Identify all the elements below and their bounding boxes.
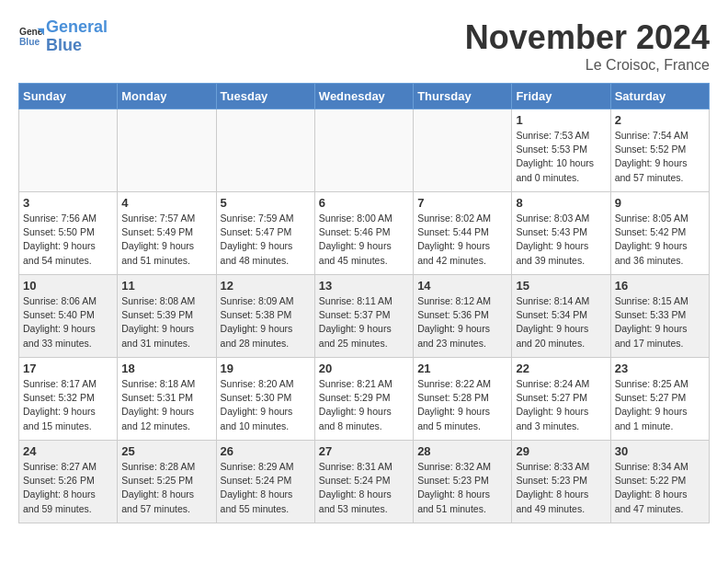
day-info: Sunrise: 8:03 AMSunset: 5:43 PMDaylight:… [516, 212, 606, 268]
day-number: 30 [615, 444, 705, 458]
calendar-table: SundayMondayTuesdayWednesdayThursdayFrid… [18, 83, 710, 523]
calendar-cell: 17Sunrise: 8:17 AMSunset: 5:32 PMDayligh… [19, 358, 118, 441]
day-number: 16 [615, 279, 705, 293]
day-number: 6 [319, 196, 409, 210]
day-info: Sunrise: 8:08 AMSunset: 5:39 PMDaylight:… [121, 294, 211, 350]
calendar-cell [414, 109, 512, 192]
day-number: 27 [319, 444, 409, 458]
day-info: Sunrise: 8:27 AMSunset: 5:26 PMDaylight:… [23, 460, 113, 516]
day-number: 15 [516, 279, 606, 293]
calendar-cell: 25Sunrise: 8:28 AMSunset: 5:25 PMDayligh… [118, 441, 216, 523]
svg-text:Blue: Blue [19, 37, 40, 47]
day-info: Sunrise: 8:32 AMSunset: 5:23 PMDaylight:… [417, 460, 507, 516]
day-info: Sunrise: 7:54 AMSunset: 5:52 PMDaylight:… [615, 129, 705, 185]
calendar-week-row: 1Sunrise: 7:53 AMSunset: 5:53 PMDaylight… [19, 109, 710, 192]
day-number: 10 [23, 279, 113, 293]
day-info: Sunrise: 8:09 AMSunset: 5:38 PMDaylight:… [221, 294, 311, 350]
day-info: Sunrise: 7:59 AMSunset: 5:47 PMDaylight:… [221, 212, 311, 268]
column-header-friday: Friday [512, 84, 610, 109]
day-number: 11 [121, 279, 211, 293]
calendar-cell: 10Sunrise: 8:06 AMSunset: 5:40 PMDayligh… [19, 275, 118, 358]
calendar-week-row: 10Sunrise: 8:06 AMSunset: 5:40 PMDayligh… [19, 275, 710, 358]
day-info: Sunrise: 8:24 AMSunset: 5:27 PMDaylight:… [516, 377, 606, 433]
day-info: Sunrise: 8:21 AMSunset: 5:29 PMDaylight:… [319, 377, 409, 433]
day-number: 12 [221, 279, 311, 293]
calendar-cell: 9Sunrise: 8:05 AMSunset: 5:42 PMDaylight… [610, 192, 709, 275]
day-info: Sunrise: 8:31 AMSunset: 5:24 PMDaylight:… [319, 460, 409, 516]
day-info: Sunrise: 8:18 AMSunset: 5:31 PMDaylight:… [121, 377, 211, 433]
calendar-cell: 21Sunrise: 8:22 AMSunset: 5:28 PMDayligh… [414, 358, 512, 441]
logo-text: General Blue [46, 18, 108, 55]
day-number: 23 [615, 362, 705, 375]
logo-line1: General [46, 17, 108, 36]
calendar-cell [216, 109, 314, 192]
calendar-cell: 27Sunrise: 8:31 AMSunset: 5:24 PMDayligh… [314, 441, 413, 523]
calendar-cell: 3Sunrise: 7:56 AMSunset: 5:50 PMDaylight… [19, 192, 118, 275]
calendar-cell: 15Sunrise: 8:14 AMSunset: 5:34 PMDayligh… [512, 275, 610, 358]
month-title: November 2024 [465, 18, 710, 57]
logo-line2: Blue [46, 36, 82, 54]
calendar-cell: 1Sunrise: 7:53 AMSunset: 5:53 PMDaylight… [512, 109, 610, 192]
day-info: Sunrise: 8:14 AMSunset: 5:34 PMDaylight:… [516, 294, 606, 350]
column-header-tuesday: Tuesday [216, 84, 314, 109]
day-info: Sunrise: 8:02 AMSunset: 5:44 PMDaylight:… [417, 212, 507, 268]
day-info: Sunrise: 8:17 AMSunset: 5:32 PMDaylight:… [23, 377, 113, 433]
column-header-wednesday: Wednesday [314, 84, 413, 109]
day-info: Sunrise: 8:29 AMSunset: 5:24 PMDaylight:… [221, 460, 311, 516]
calendar-cell: 7Sunrise: 8:02 AMSunset: 5:44 PMDaylight… [414, 192, 512, 275]
day-number: 7 [417, 196, 507, 210]
calendar-cell: 5Sunrise: 7:59 AMSunset: 5:47 PMDaylight… [216, 192, 314, 275]
day-number: 1 [516, 113, 606, 127]
day-info: Sunrise: 7:57 AMSunset: 5:49 PMDaylight:… [121, 212, 211, 268]
calendar-cell [19, 109, 118, 192]
logo: General Blue General Blue [18, 18, 108, 55]
day-number: 18 [121, 362, 211, 375]
logo-icon: General Blue [18, 24, 44, 50]
day-number: 13 [319, 279, 409, 293]
calendar-cell: 11Sunrise: 8:08 AMSunset: 5:39 PMDayligh… [118, 275, 216, 358]
calendar-cell: 13Sunrise: 8:11 AMSunset: 5:37 PMDayligh… [314, 275, 413, 358]
day-number: 22 [516, 362, 606, 375]
day-info: Sunrise: 8:05 AMSunset: 5:42 PMDaylight:… [615, 212, 705, 268]
day-number: 17 [23, 362, 113, 375]
calendar-cell: 26Sunrise: 8:29 AMSunset: 5:24 PMDayligh… [216, 441, 314, 523]
day-info: Sunrise: 8:11 AMSunset: 5:37 PMDaylight:… [319, 294, 409, 350]
calendar-cell: 23Sunrise: 8:25 AMSunset: 5:27 PMDayligh… [610, 358, 709, 441]
calendar-week-row: 3Sunrise: 7:56 AMSunset: 5:50 PMDaylight… [19, 192, 710, 275]
day-number: 2 [615, 113, 705, 127]
calendar-cell: 29Sunrise: 8:33 AMSunset: 5:23 PMDayligh… [512, 441, 610, 523]
calendar-week-row: 24Sunrise: 8:27 AMSunset: 5:26 PMDayligh… [19, 441, 710, 523]
day-info: Sunrise: 7:56 AMSunset: 5:50 PMDaylight:… [23, 212, 113, 268]
day-number: 3 [23, 196, 113, 210]
day-number: 21 [417, 362, 507, 375]
day-info: Sunrise: 8:06 AMSunset: 5:40 PMDaylight:… [23, 294, 113, 350]
column-header-thursday: Thursday [414, 84, 512, 109]
column-header-monday: Monday [118, 84, 216, 109]
column-header-saturday: Saturday [610, 84, 709, 109]
day-info: Sunrise: 8:22 AMSunset: 5:28 PMDaylight:… [417, 377, 507, 433]
day-number: 24 [23, 444, 113, 458]
day-number: 8 [516, 196, 606, 210]
calendar-cell: 30Sunrise: 8:34 AMSunset: 5:22 PMDayligh… [610, 441, 709, 523]
day-number: 26 [221, 444, 311, 458]
calendar-cell: 2Sunrise: 7:54 AMSunset: 5:52 PMDaylight… [610, 109, 709, 192]
calendar-week-row: 17Sunrise: 8:17 AMSunset: 5:32 PMDayligh… [19, 358, 710, 441]
calendar-cell [118, 109, 216, 192]
calendar-cell: 8Sunrise: 8:03 AMSunset: 5:43 PMDaylight… [512, 192, 610, 275]
day-number: 20 [319, 362, 409, 375]
calendar-header-row: SundayMondayTuesdayWednesdayThursdayFrid… [19, 84, 710, 109]
day-number: 4 [121, 196, 211, 210]
day-number: 14 [417, 279, 507, 293]
day-info: Sunrise: 8:15 AMSunset: 5:33 PMDaylight:… [615, 294, 705, 350]
day-info: Sunrise: 8:34 AMSunset: 5:22 PMDaylight:… [615, 460, 705, 516]
calendar-cell: 18Sunrise: 8:18 AMSunset: 5:31 PMDayligh… [118, 358, 216, 441]
calendar-cell: 22Sunrise: 8:24 AMSunset: 5:27 PMDayligh… [512, 358, 610, 441]
day-info: Sunrise: 7:53 AMSunset: 5:53 PMDaylight:… [516, 129, 606, 185]
calendar-cell: 6Sunrise: 8:00 AMSunset: 5:46 PMDaylight… [314, 192, 413, 275]
location: Le Croisoc, France [465, 57, 710, 74]
day-number: 25 [121, 444, 211, 458]
day-number: 28 [417, 444, 507, 458]
calendar-cell: 28Sunrise: 8:32 AMSunset: 5:23 PMDayligh… [414, 441, 512, 523]
calendar-cell: 24Sunrise: 8:27 AMSunset: 5:26 PMDayligh… [19, 441, 118, 523]
day-number: 19 [221, 362, 311, 375]
